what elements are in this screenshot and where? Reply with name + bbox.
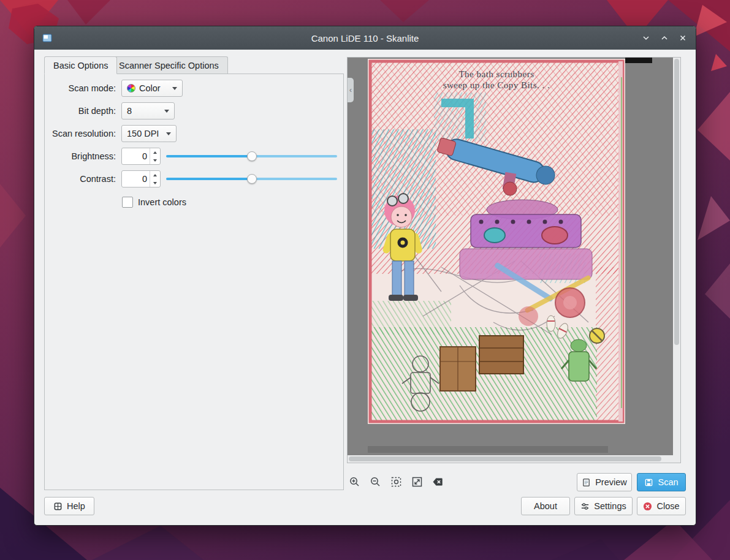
settings-sliders-icon [580,502,590,511]
brightness-slider[interactable] [166,150,337,162]
brightness-input[interactable] [122,148,150,164]
spin-up-button[interactable] [150,171,160,179]
horizontal-scrollbar-thumb[interactable] [349,456,661,461]
zoom-out-icon[interactable] [370,476,381,488]
spin-down-button[interactable] [150,156,160,164]
close-x-icon [678,33,688,43]
vertical-scrollbar[interactable] [673,58,680,455]
contrast-spinbox[interactable] [121,170,161,187]
color-wheel-icon [127,84,135,93]
spin-down-button[interactable] [150,179,160,187]
scrollbar-corner [673,455,680,463]
save-floppy-icon [644,478,653,487]
invert-colors-label: Invert colors [138,197,186,207]
spin-up-button[interactable] [150,148,160,156]
contrast-label: Contrast: [45,174,116,184]
chevron-down-icon [172,87,177,90]
brightness-spinbox[interactable] [121,148,161,165]
clear-selections-icon[interactable] [432,476,444,488]
scan-caption-line2: sweep up the Copy Bits. . . [443,80,550,90]
zoom-fit-icon[interactable] [411,476,423,488]
invert-colors-checkbox[interactable] [122,197,133,208]
scan-resolution-label: Scan resolution: [45,129,116,138]
scan-mode-value: Color [139,83,161,93]
splitter-collapse-handle[interactable]: ‹ [348,78,354,102]
scan-button[interactable]: Scan [637,473,686,491]
basic-options-panel: Scan mode: Color Bit depth: 8 Scan resol… [44,74,344,490]
brightness-label: Brightness: [45,151,116,161]
settings-button-label: Settings [594,501,626,511]
tab-basic-options[interactable]: Basic Options [44,56,117,74]
contrast-slider[interactable] [166,173,337,185]
maximize-button[interactable] [655,29,674,47]
scan-mode-label: Scan mode: [45,83,116,93]
contrast-input[interactable] [122,171,150,187]
zoom-in-icon[interactable] [349,476,360,488]
about-button-label: About [534,501,557,511]
help-button[interactable]: Help [44,497,94,515]
about-button[interactable]: About [521,497,570,515]
scan-resolution-value: 150 DPI [127,129,159,138]
scan-mode-dropdown[interactable]: Color [121,80,183,97]
help-button-label: Help [67,501,85,511]
chevron-up-icon [660,33,669,43]
close-button[interactable]: Close [637,497,686,515]
bit-depth-label: Bit depth: [45,106,116,116]
close-button-label: Close [656,501,679,511]
scan-button-label: Scan [658,477,678,487]
scan-edge-strip [625,58,652,63]
document-preview-icon [582,478,591,487]
triangle-down-icon [153,182,157,184]
window-icon [42,33,52,43]
close-red-icon [643,502,652,511]
chevron-down-icon [641,33,651,43]
chevron-down-icon [166,132,171,135]
preview-canvas[interactable]: The bath scrubbers sweep up the Copy Bit… [348,58,673,455]
tab-scanner-specific-options[interactable]: Scanner Specific Options [110,56,228,74]
shade-button[interactable] [637,29,655,47]
slider-handle[interactable] [247,174,257,184]
scan-caption-line1: The bath scrubbers [458,69,534,79]
window-title: Canon LiDE 110 - Skanlite [34,33,696,44]
chevron-down-icon [164,110,169,113]
triangle-up-icon [153,151,157,154]
scan-shadow-band [368,446,608,453]
bit-depth-dropdown[interactable]: 8 [121,102,175,119]
titlebar[interactable]: Canon LiDE 110 - Skanlite [34,26,696,50]
vertical-scrollbar-thumb[interactable] [674,59,679,345]
close-window-button[interactable] [674,29,692,47]
tab-scanner-specific-options-label: Scanner Specific Options [119,61,219,70]
scanned-preview-image[interactable]: The bath scrubbers sweep up the Copy Bit… [368,59,625,424]
zoom-selection-icon[interactable] [390,476,402,488]
preview-button-label: Preview [595,477,627,487]
slider-handle[interactable] [247,151,257,161]
scan-resolution-dropdown[interactable]: 150 DPI [121,125,177,142]
tab-basic-options-label: Basic Options [53,61,108,70]
skanlite-window: Canon LiDE 110 - Skanlite Basic Options … [34,26,696,526]
triangle-up-icon [153,174,157,176]
settings-button[interactable]: Settings [574,497,633,515]
bit-depth-value: 8 [127,106,132,116]
chevron-left-icon: ‹ [349,86,352,94]
help-icon [53,502,63,511]
triangle-down-icon [153,159,157,162]
preview-widget: The bath scrubbers sweep up the Copy Bit… [347,57,681,463]
preview-zoom-toolbar [349,474,444,489]
preview-button[interactable]: Preview [577,473,632,491]
horizontal-scrollbar[interactable] [348,455,673,463]
